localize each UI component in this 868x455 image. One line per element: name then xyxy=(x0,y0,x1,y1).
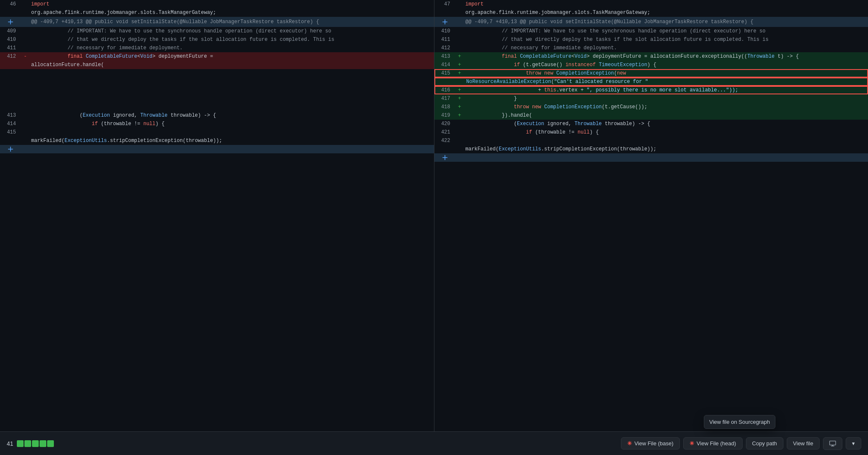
right-diff-pane: 47 import org.apache.flink.runtime.jobma… xyxy=(434,0,868,431)
diff-line-added: 414 + if (t.getCause() instanceof Timeou… xyxy=(434,61,868,69)
diff-line-added-highlighted: 415 + throw new CompletionException(new xyxy=(434,69,868,78)
line-content: markFailed(ExceptionUtils.stripCompletio… xyxy=(464,145,868,153)
line-number xyxy=(434,8,455,17)
view-file-button[interactable]: View file xyxy=(787,437,820,450)
line-number: 409 xyxy=(0,27,21,35)
diff-line-added: 413 + final CompletableFuture<Void> depl… xyxy=(434,52,868,61)
line-marker xyxy=(456,78,465,86)
line-number: 415 xyxy=(434,69,455,78)
chevron-down-icon: ▾ xyxy=(852,440,855,447)
line-number: 46 xyxy=(0,0,21,8)
diff-line: 46 import xyxy=(0,0,434,8)
line-marker xyxy=(455,44,464,52)
hunk-header-right: @@ -409,7 +410,13 @@ public void setInit… xyxy=(434,17,868,27)
line-number: 414 xyxy=(434,61,455,69)
diff-line: 409 // IMPORTANT: We have to use the syn… xyxy=(0,27,434,35)
line-number: 47 xyxy=(434,0,455,8)
copy-path-button[interactable]: Copy path xyxy=(746,437,783,450)
line-number: 414 xyxy=(0,120,21,128)
line-marker: + xyxy=(455,111,464,120)
bottom-expand-right xyxy=(434,153,868,162)
expand-icon[interactable] xyxy=(0,19,21,25)
line-number xyxy=(0,86,21,94)
sourcegraph-icon-base: ✳ xyxy=(627,440,632,447)
addition-block xyxy=(17,440,24,447)
chevron-button[interactable]: ▾ xyxy=(846,437,861,450)
view-file-label: View file xyxy=(793,440,813,447)
line-number: 420 xyxy=(434,120,455,128)
line-number: 412 xyxy=(0,52,21,61)
footer-right: ✳ View File (base) ✳ View File (head) Co… xyxy=(621,437,861,450)
line-marker xyxy=(455,8,464,17)
diff-line: org.apache.flink.runtime.jobmanager.slot… xyxy=(0,8,434,17)
line-content: allocationFuture.handle( xyxy=(29,61,434,69)
view-file-head-label: View File (head) xyxy=(697,440,736,447)
line-marker xyxy=(21,103,29,111)
line-content xyxy=(29,94,434,103)
line-content: // IMPORTANT: We have to use the synchro… xyxy=(464,27,868,35)
diff-line: 411 // that we directly deploy the tasks… xyxy=(434,35,868,44)
line-marker: - xyxy=(21,52,29,61)
diff-line-empty xyxy=(0,103,434,111)
line-number: 413 xyxy=(0,111,21,120)
line-marker xyxy=(455,35,464,44)
view-file-base-button[interactable]: ✳ View File (base) xyxy=(621,437,680,450)
sourcegraph-icon-head: ✳ xyxy=(690,440,694,447)
diff-line: org.apache.flink.runtime.jobmanager.slot… xyxy=(434,8,868,17)
expand-icon-bottom[interactable] xyxy=(0,146,21,153)
diff-line: 420 (Execution ignored, Throwable throwa… xyxy=(434,120,868,128)
line-number xyxy=(0,61,21,69)
line-content: }).handle( xyxy=(464,111,868,120)
line-content xyxy=(29,128,434,136)
diff-line-empty xyxy=(0,94,434,103)
line-marker xyxy=(455,145,464,153)
line-number: 410 xyxy=(434,27,455,35)
hunk-header-left: @@ -409,7 +410,13 @@ public void setInit… xyxy=(0,17,434,27)
line-content: final CompletableFuture<Void> deployment… xyxy=(29,52,434,61)
line-number: 410 xyxy=(0,35,21,44)
left-diff-pane: 46 import org.apache.flink.runtime.jobma… xyxy=(0,0,434,431)
line-number: 412 xyxy=(434,44,455,52)
line-marker: + xyxy=(455,69,464,78)
diff-line-removed-cont: allocationFuture.handle( xyxy=(0,61,434,69)
file-count: 41 xyxy=(7,440,13,447)
line-marker xyxy=(21,111,29,120)
line-content xyxy=(29,86,434,94)
diff-line: 410 // that we directly deploy the tasks… xyxy=(0,35,434,44)
expand-icon-bottom-right[interactable] xyxy=(434,154,455,161)
diff-line: markFailed(ExceptionUtils.stripCompletio… xyxy=(434,145,868,153)
line-marker: + xyxy=(455,61,464,69)
diff-line-empty xyxy=(0,78,434,86)
line-marker xyxy=(455,0,464,8)
view-file-base-label: View File (base) xyxy=(634,440,674,447)
view-file-head-button[interactable]: ✳ View File (head) xyxy=(683,437,743,450)
monitor-button[interactable] xyxy=(823,437,842,450)
diff-line-empty xyxy=(0,86,434,94)
line-marker xyxy=(21,78,29,86)
line-number xyxy=(0,78,21,86)
line-content: // IMPORTANT: We have to use the synchro… xyxy=(29,27,434,35)
line-number xyxy=(0,136,21,145)
sourcegraph-tooltip: View file on Sourcegraph xyxy=(704,415,775,429)
line-content: (Execution ignored, Throwable throwable)… xyxy=(464,120,868,128)
footer-left: 41 xyxy=(7,440,54,447)
expand-icon-right[interactable] xyxy=(434,19,455,25)
addition-block xyxy=(40,440,46,447)
diff-line-empty xyxy=(0,69,434,78)
line-content: + this.vertex + ", possibly there is no … xyxy=(464,86,868,94)
line-number xyxy=(0,94,21,103)
copy-path-label: Copy path xyxy=(752,440,777,447)
line-number: 417 xyxy=(434,94,455,103)
line-marker xyxy=(21,120,29,128)
line-marker xyxy=(21,136,29,145)
line-content: org.apache.flink.runtime.jobmanager.slot… xyxy=(464,8,868,17)
line-marker xyxy=(21,27,29,35)
line-number xyxy=(434,145,455,153)
diff-line-added: 417 + } xyxy=(434,94,868,103)
bottom-expand-left xyxy=(0,145,434,153)
line-content: NoResourceAvailableException("Can't allo… xyxy=(465,78,868,86)
line-marker xyxy=(21,61,29,69)
diff-line: 414 if (throwable != null) { xyxy=(0,120,434,128)
line-content: final CompletableFuture<Void> deployment… xyxy=(464,52,868,61)
diff-line: markFailed(ExceptionUtils.stripCompletio… xyxy=(0,136,434,145)
